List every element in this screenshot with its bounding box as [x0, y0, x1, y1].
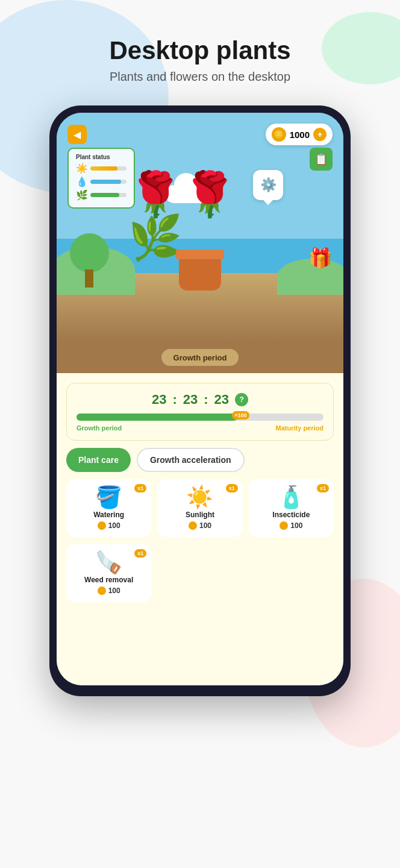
- maturity-label: Maturity period: [276, 424, 323, 432]
- weed-removal-cost: 100: [108, 587, 120, 595]
- tree-trunk: [85, 269, 93, 288]
- notes-icon-symbol: 📋: [314, 153, 328, 166]
- coin-badge: 🪙 1000 +: [266, 124, 333, 145]
- water-status-icon: 💧: [76, 176, 88, 187]
- add-coins-button[interactable]: +: [313, 128, 327, 141]
- sunlight-cost-row: 100: [189, 521, 211, 530]
- sun-bar-bg: [90, 166, 127, 171]
- weed-removal-coin-icon: [98, 587, 106, 595]
- leaf-bar-fill: [90, 193, 119, 197]
- progress-bg: +100: [77, 414, 323, 421]
- plant-container: 🌹🌹🌿: [128, 172, 272, 291]
- tree-top: [70, 233, 109, 272]
- timer-row: 23 : 23 : 23 ?: [77, 392, 323, 407]
- tree-left: [69, 233, 111, 288]
- weed-removal-name: Weed removal: [84, 576, 133, 584]
- weed-removal-cost-row: 100: [98, 587, 120, 595]
- insecticide-coin-icon: [280, 521, 288, 530]
- watering-cost-row: 100: [98, 521, 120, 530]
- leaf-status-icon: 🌿: [76, 189, 88, 201]
- insecticide-cost-row: 100: [280, 521, 302, 530]
- weed-removal-badge: x1: [134, 549, 146, 558]
- status-row-water: 💧: [76, 176, 127, 187]
- sun-bar-fill: [90, 166, 117, 171]
- plant-status-title: Plant status: [76, 154, 127, 160]
- tab-plant-care[interactable]: Plant care: [66, 448, 131, 472]
- care-row-weed: 🪚 x1 Weed removal 100: [66, 544, 334, 602]
- progress-fill: +100: [77, 414, 237, 421]
- timer-seconds: 23: [214, 392, 229, 407]
- growth-label: Growth period: [77, 424, 122, 432]
- back-arrow-icon: ◀: [73, 129, 81, 140]
- phone-frame: 🌹🌹🌿 ◀ 🪙 1000 + Plant status: [49, 105, 351, 696]
- progress-labels: Growth period Maturity period: [77, 424, 323, 432]
- sun-status-icon: ☀️: [76, 163, 88, 174]
- progress-container: +100: [77, 414, 323, 421]
- water-bar-fill: [90, 180, 121, 184]
- care-item-sunlight[interactable]: ☀️ x1 Sunlight 100: [157, 479, 242, 537]
- care-item-insecticide[interactable]: 🧴 x1 Insecticide 100: [249, 479, 334, 537]
- care-items-grid: 🪣 x1 Watering 100 ☀️ x1 Sunlight: [66, 479, 334, 537]
- watering-badge: x1: [134, 484, 146, 492]
- insecticide-badge: x1: [317, 484, 329, 492]
- plant-flowers: 🌹🌹🌿: [128, 172, 272, 259]
- coin-icon: 🪙: [272, 127, 286, 142]
- plant-status-box: Plant status ☀️ 💧 🌿: [67, 148, 135, 209]
- phone-screen: 🌹🌹🌿 ◀ 🪙 1000 + Plant status: [57, 113, 343, 685]
- gift-button[interactable]: 🎁: [308, 247, 333, 269]
- gift-icon-symbol: 🎁: [308, 247, 333, 269]
- app-subtitle: Plants and flowers on the desktop: [110, 70, 290, 84]
- leaf-bar-bg: [90, 193, 127, 197]
- growth-period-badge: Growth period: [160, 348, 240, 367]
- sunlight-name: Sunlight: [186, 511, 214, 519]
- status-row-sun: ☀️: [76, 163, 127, 174]
- watering-cost: 100: [108, 521, 120, 530]
- insecticide-cost: 100: [290, 521, 302, 530]
- status-row-leaf: 🌿: [76, 189, 127, 201]
- growth-period-section: Growth period: [57, 342, 343, 373]
- sunlight-coin-icon: [189, 521, 197, 530]
- notes-button[interactable]: 📋: [310, 148, 333, 171]
- insecticide-name: Insecticide: [272, 511, 310, 519]
- tab-growth-acceleration[interactable]: Growth acceleration: [137, 448, 245, 472]
- watering-icon: 🪣: [95, 486, 122, 508]
- app-title: Desktop plants: [109, 36, 290, 65]
- growth-period-label: Growth period: [173, 353, 227, 362]
- timer-colon-2: :: [204, 392, 208, 407]
- help-button[interactable]: ?: [235, 393, 248, 406]
- sunlight-icon: ☀️: [186, 486, 213, 508]
- care-item-weed-removal[interactable]: 🪚 x1 Weed removal 100: [66, 544, 151, 602]
- back-button[interactable]: ◀: [67, 125, 87, 144]
- timer-section: 23 : 23 : 23 ? +100: [66, 383, 334, 441]
- sun-bubble: ⚙️: [253, 170, 283, 200]
- progress-plus-label: +100: [232, 411, 249, 420]
- timer-minutes: 23: [183, 392, 198, 407]
- bottom-panel: 23 : 23 : 23 ? +100: [57, 373, 343, 685]
- weed-removal-icon: 🪚: [95, 552, 122, 573]
- sunlight-cost: 100: [199, 521, 211, 530]
- tab-row: Plant care Growth acceleration: [66, 448, 334, 472]
- watering-name: Watering: [93, 511, 124, 519]
- plant-pot: [179, 254, 221, 291]
- insecticide-icon: 🧴: [278, 486, 305, 508]
- game-area: 🌹🌹🌿 ◀ 🪙 1000 + Plant status: [57, 113, 343, 342]
- sun-bubble-icon: ⚙️: [260, 177, 277, 193]
- sunlight-badge: x1: [226, 484, 238, 492]
- watering-coin-icon: [98, 521, 106, 530]
- water-bar-bg: [90, 180, 127, 184]
- timer-colon-1: :: [172, 392, 177, 407]
- coin-amount: 1000: [290, 130, 310, 140]
- care-item-watering[interactable]: 🪣 x1 Watering 100: [66, 479, 151, 537]
- timer-hours: 23: [152, 392, 166, 407]
